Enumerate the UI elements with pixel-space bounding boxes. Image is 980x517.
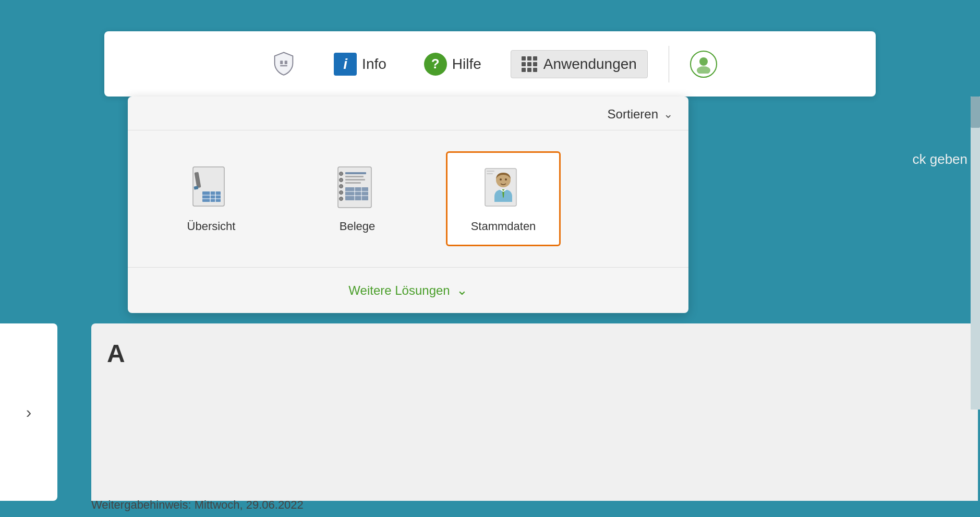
content-letter: A <box>107 340 125 367</box>
subtitle-text: Weitergabehinweis: Mittwoch, 29.06.2022 <box>91 498 304 512</box>
chevron-down-weitere-icon: ⌄ <box>456 282 468 298</box>
header-divider <box>669 46 669 82</box>
scrollbar-track[interactable] <box>971 97 980 410</box>
apps-grid: Übersicht <box>128 130 688 268</box>
svg-rect-8 <box>202 191 221 202</box>
anwendungen-button[interactable]: Anwendungen <box>511 50 648 78</box>
stammdaten-icon <box>480 164 527 211</box>
app-tile-belege[interactable]: Belege <box>300 151 415 246</box>
anwendungen-label: Anwendungen <box>543 56 637 73</box>
info-icon: i <box>334 53 357 76</box>
info-label: Info <box>362 56 386 73</box>
right-side-text: ck geben | <box>912 151 975 167</box>
svg-rect-23 <box>345 187 368 200</box>
svg-rect-2 <box>280 65 287 66</box>
svg-rect-20 <box>345 176 364 177</box>
svg-point-17 <box>340 191 343 195</box>
svg-point-30 <box>500 178 502 181</box>
shield-nav-item[interactable] <box>263 47 305 81</box>
svg-rect-0 <box>280 61 283 64</box>
app-tile-ubersicht[interactable]: Übersicht <box>154 151 269 246</box>
grid-icon <box>522 56 537 72</box>
belege-label: Belege <box>340 220 376 233</box>
shield-icon <box>271 52 296 77</box>
svg-point-4 <box>697 66 710 74</box>
scrollbar-thumb[interactable] <box>971 97 980 128</box>
help-icon: ? <box>424 53 447 76</box>
chevron-right-icon: › <box>26 403 32 422</box>
app-tile-stammdaten[interactable]: Stammdaten <box>446 151 561 246</box>
svg-rect-22 <box>345 182 361 184</box>
anwendungen-dropdown: Sortieren ⌄ Übersicht <box>128 97 688 313</box>
weitere-losungen-button[interactable]: Weitere Lösungen ⌄ <box>128 268 688 313</box>
sidebar-collapse[interactable]: › <box>0 323 57 501</box>
stammdaten-label: Stammdaten <box>471 220 536 233</box>
weitere-label: Weitere Lösungen <box>348 283 450 298</box>
chevron-down-icon: ⌄ <box>663 107 673 121</box>
svg-rect-33 <box>487 173 493 174</box>
user-icon <box>694 55 713 74</box>
hilfe-label: Hilfe <box>452 56 481 73</box>
main-content-area: A <box>91 323 978 501</box>
header-bar: i Info ? Hilfe Anwendungen <box>104 31 876 97</box>
svg-point-3 <box>699 57 708 66</box>
ubersicht-label: Übersicht <box>187 220 236 233</box>
sort-label: Sortieren <box>608 107 658 122</box>
hilfe-nav-item[interactable]: ? Hilfe <box>416 49 490 80</box>
user-avatar[interactable] <box>690 51 717 78</box>
svg-point-14 <box>340 172 343 176</box>
svg-point-15 <box>340 178 343 182</box>
svg-rect-21 <box>345 179 365 181</box>
dropdown-header: Sortieren ⌄ <box>128 97 688 130</box>
info-nav-item[interactable]: i Info <box>325 49 395 80</box>
ubersicht-icon <box>188 164 235 211</box>
belege-icon <box>334 164 381 211</box>
sort-button[interactable]: Sortieren ⌄ <box>608 107 673 122</box>
svg-point-16 <box>340 185 343 188</box>
svg-rect-32 <box>487 171 494 172</box>
svg-point-31 <box>505 178 507 181</box>
svg-rect-1 <box>285 61 287 64</box>
svg-point-18 <box>340 197 343 201</box>
svg-rect-19 <box>345 172 366 174</box>
